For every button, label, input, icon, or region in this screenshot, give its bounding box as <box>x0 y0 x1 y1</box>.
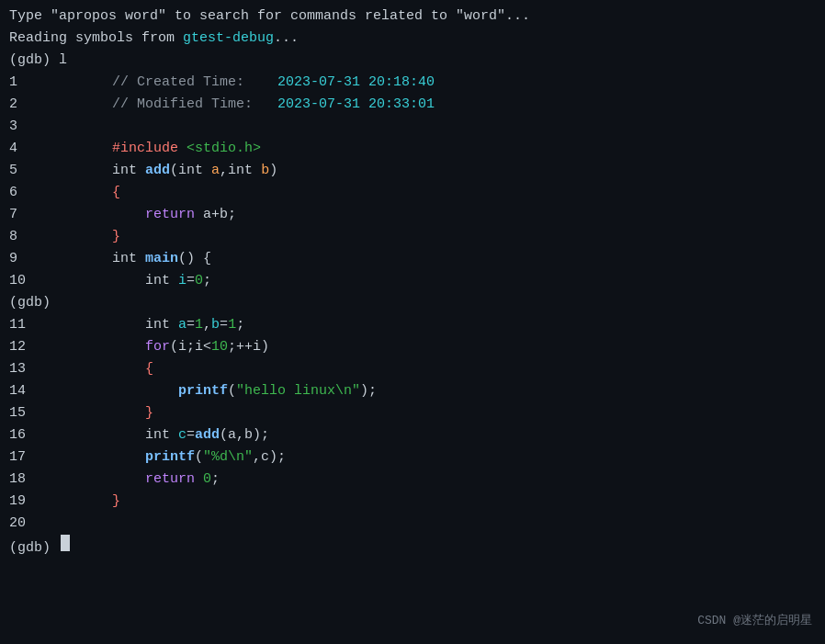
line-11-comma: , <box>203 314 211 336</box>
line-9-int: int <box>46 248 145 270</box>
line-4-hash: #include <box>46 138 186 160</box>
line-16-args: (a,b); <box>220 424 269 446</box>
line-5-comma1: , <box>220 160 228 182</box>
line-5-a: a <box>211 160 220 182</box>
line-17-p1: ( <box>195 446 203 469</box>
line-8-brace: } <box>46 226 120 248</box>
line-11-int: int <box>46 314 178 336</box>
line-15-brace: } <box>46 402 153 424</box>
line-17-rest: ,c); <box>253 446 286 469</box>
line-5: 5 int add(int a,int b) <box>9 160 816 182</box>
line-7-return: return <box>46 204 203 226</box>
line-2-content: // Modified Time: <box>46 94 277 116</box>
line-9-rest: () { <box>178 248 211 270</box>
line-num-19: 19 <box>9 491 37 513</box>
gdb-cmd-l: l <box>51 50 67 72</box>
line-14-str: "hello linux\n" <box>236 380 360 402</box>
line-num-14: 14 <box>9 380 37 402</box>
line-5-p1: ( <box>170 160 178 182</box>
line-num-17: 17 <box>9 446 37 469</box>
line-num-16: 16 <box>9 424 37 446</box>
line-10-int: int <box>46 270 178 292</box>
line-4-header: <stdio.h> <box>186 138 261 160</box>
watermark: CSDN @迷茫的启明星 <box>697 612 812 631</box>
line-10-eq: = <box>186 270 195 292</box>
line-11-1b: 1 <box>228 314 236 336</box>
line-9-main: main <box>145 248 178 270</box>
line-6-brace: { <box>46 182 120 204</box>
line-11-a: a <box>178 314 186 336</box>
line-14-p1: ( <box>228 380 236 402</box>
line-12: 12 for(i;i<10;++i) <box>9 336 816 358</box>
terminal: Type "apropos word" to search for comman… <box>0 0 825 644</box>
line-1-content: // Created Time: <box>46 72 277 94</box>
apropos-text: Type "apropos word" to search for comman… <box>9 6 530 28</box>
line-17-str: "%d\n" <box>203 446 253 469</box>
line-6: 6 { <box>9 182 816 204</box>
line-18: 18 return 0; <box>9 469 816 491</box>
line-4: 4 #include <stdio.h> <box>9 138 816 160</box>
line-reading-symbols: Reading symbols from gtest-debug... <box>9 28 816 50</box>
line-num-18: 18 <box>9 469 37 491</box>
line-12-10: 10 <box>211 336 228 358</box>
line-gdb-l: (gdb) l <box>9 50 816 72</box>
line-10-i: i <box>178 270 186 292</box>
line-10-0: 0 <box>195 270 203 292</box>
line-20: 20 <box>9 513 816 535</box>
line-num-13: 13 <box>9 358 37 380</box>
line-1: 1 // Created Time: 2023-07-31 20:18:40 <box>9 72 816 94</box>
line-10-semi: ; <box>203 270 211 292</box>
line-16-int: int <box>46 424 178 446</box>
line-11: 11 int a=1,b=1; <box>9 314 816 336</box>
line-9: 9 int main() { <box>9 248 816 270</box>
line-apropos: Type "apropos word" to search for comman… <box>9 6 816 28</box>
line-num-20: 20 <box>9 513 37 535</box>
line-18-return: return <box>46 469 203 491</box>
line-7: 7 return a+b; <box>9 204 816 226</box>
line-num-2: 2 <box>9 94 37 116</box>
gtest-debug-name: gtest-debug <box>183 28 274 50</box>
line-5-add: add <box>145 160 170 182</box>
line-12-inc: ;++i) <box>228 336 269 358</box>
reading-symbols-text: Reading symbols from <box>9 28 183 50</box>
line-12-for: for <box>46 336 170 358</box>
line-15: 15 } <box>9 402 816 424</box>
line-13-brace: { <box>46 358 153 380</box>
line-18-semi: ; <box>211 469 220 491</box>
gdb-prompt-1: (gdb) <box>9 50 51 72</box>
terminal-cursor <box>61 535 70 551</box>
line-13: 13 { <box>9 358 816 380</box>
line-16: 16 int c=add(a,b); <box>9 424 816 446</box>
line-num-3: 3 <box>9 116 37 138</box>
line-18-0: 0 <box>203 469 211 491</box>
line-num-6: 6 <box>9 182 37 204</box>
ellipsis: ... <box>274 28 299 50</box>
line-5-p2: ) <box>269 160 277 182</box>
line-5-int3: int <box>228 160 261 182</box>
line-5-int2: int <box>178 160 211 182</box>
line-17-printf: printf <box>46 446 195 469</box>
line-14-rest: ); <box>360 380 377 402</box>
line-14-printf: printf <box>46 380 228 402</box>
line-11-eq1: = <box>186 314 195 336</box>
line-10: 10 int i=0; <box>9 270 816 292</box>
line-7-expr: a+b; <box>203 204 236 226</box>
line-11-b: b <box>211 314 220 336</box>
line-gdb-final[interactable]: (gdb) <box>9 535 816 559</box>
line-17: 17 printf("%d\n",c); <box>9 446 816 469</box>
line-8: 8 } <box>9 226 816 248</box>
line-num-9: 9 <box>9 248 37 270</box>
gdb-prompt-final: (gdb) <box>9 537 59 559</box>
line-2: 2 // Modified Time: 2023-07-31 20:33:01 <box>9 94 816 116</box>
line-num-15: 15 <box>9 402 37 424</box>
line-num-1: 1 <box>9 72 37 94</box>
line-14: 14 printf("hello linux\n"); <box>9 380 816 402</box>
line-16-eq: = <box>186 424 195 446</box>
line-11-semi: ; <box>236 314 244 336</box>
line-num-5: 5 <box>9 160 37 182</box>
line-1-date: 2023-07-31 20:18:40 <box>277 72 435 94</box>
line-12-rest: (i;i< <box>170 336 211 358</box>
line-19: 19 } <box>9 491 816 513</box>
line-2-date: 2023-07-31 20:33:01 <box>277 94 435 116</box>
line-11-eq2: = <box>220 314 228 336</box>
